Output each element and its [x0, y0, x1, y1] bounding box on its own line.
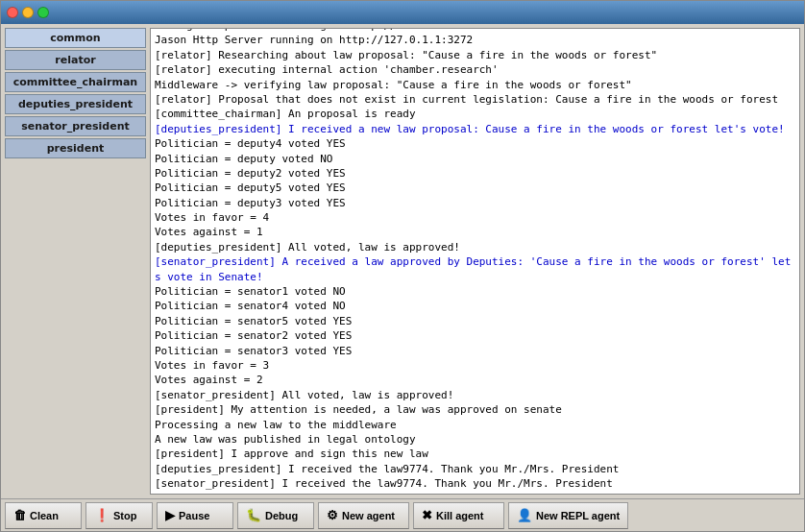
console-line-28: [president] I approve and sign this new …	[155, 447, 795, 461]
console-line-26: Processing a new law to the middleware	[155, 418, 795, 432]
new-repl-button[interactable]: 👤New REPL agent	[508, 502, 628, 529]
new-agent-icon: ⚙	[327, 508, 338, 522]
sidebar-item-relator[interactable]: relator	[5, 50, 146, 70]
clean-icon: 🗑	[13, 508, 26, 522]
console-line-29: [deputies_president] I received the law9…	[155, 462, 795, 476]
console-line-25: [president] My attention is needed, a la…	[155, 402, 795, 417]
console-output[interactable]: CArtAgO Http Server running on http://12…	[150, 28, 800, 495]
window-controls	[7, 7, 49, 18]
sidebar-item-deputies_president[interactable]: deputies_president	[5, 94, 146, 114]
kill-agent-label: Kill agent	[436, 510, 484, 521]
console-line-14: Votes against = 1	[155, 225, 795, 239]
console-line-10: Politician = deputy2 voted YES	[155, 166, 795, 181]
sidebar-item-senator_president[interactable]: senator_president	[5, 116, 146, 136]
new-agent-button[interactable]: ⚙New agent	[318, 502, 409, 529]
console-line-5: [relator] Proposal that does not exist i…	[155, 92, 795, 107]
clean-button[interactable]: 🗑Clean	[5, 502, 82, 529]
console-line-1: Jason Http Server running on http://127.…	[155, 33, 795, 47]
console-line-4: Middleware -> verifying law proposal: "C…	[155, 78, 795, 92]
sidebar: commonrelatorcommittee_chairmandeputies_…	[1, 24, 150, 498]
console-line-11: Politician = deputy5 voted YES	[155, 181, 795, 195]
console-line-12: Politician = deputy3 voted YES	[155, 196, 795, 210]
console-line-27: A new law was published in legal ontolog…	[155, 432, 795, 447]
console-line-30: [senator_president] I received the law97…	[155, 476, 795, 491]
stop-label: Stop	[113, 510, 136, 521]
new-repl-label: New REPL agent	[536, 510, 620, 521]
sidebar-item-president[interactable]: president	[5, 138, 146, 158]
console-line-13: Votes in favor = 4	[155, 210, 795, 225]
debug-icon: 🐛	[246, 508, 261, 522]
new-repl-icon: 👤	[517, 508, 532, 522]
pause-icon: ▶	[165, 508, 175, 522]
sidebar-item-common[interactable]: common	[5, 28, 146, 48]
main-content: commonrelatorcommittee_chairmandeputies_…	[1, 24, 804, 498]
debug-button[interactable]: 🐛Debug	[237, 502, 314, 529]
console-line-18: Politician = senator4 voted NO	[155, 299, 795, 313]
sidebar-item-committee_chairman[interactable]: committee_chairman	[5, 72, 146, 92]
debug-label: Debug	[265, 510, 298, 521]
console-line-7: [deputies_president] I received a new la…	[155, 122, 795, 136]
console-line-24: [senator_president] All voted, law is ap…	[155, 388, 795, 402]
minimize-button[interactable]	[22, 7, 34, 18]
kill-agent-button[interactable]: ✖Kill agent	[413, 502, 504, 529]
clean-label: Clean	[30, 510, 59, 521]
pause-label: Pause	[179, 510, 209, 521]
console-line-21: Politician = senator3 voted YES	[155, 344, 795, 358]
console-line-20: Politician = senator2 voted YES	[155, 328, 795, 343]
console-line-19: Politician = senator5 voted YES	[155, 314, 795, 328]
main-window: commonrelatorcommittee_chairmandeputies_…	[0, 0, 805, 532]
console-line-16: [senator_president] A received a law app…	[155, 254, 795, 284]
console-line-9: Politician = deputy voted NO	[155, 152, 795, 166]
new-agent-label: New agent	[342, 510, 395, 521]
close-button[interactable]	[7, 7, 18, 18]
console-line-23: Votes against = 2	[155, 373, 795, 387]
console-line-3: [relator] executing internal action 'cha…	[155, 62, 795, 77]
kill-agent-icon: ✖	[422, 508, 432, 522]
footer-toolbar: 🗑Clean❗Stop▶Pause🐛Debug⚙New agent✖Kill a…	[1, 498, 804, 531]
stop-icon: ❗	[94, 508, 110, 522]
stop-button[interactable]: ❗Stop	[85, 502, 153, 529]
pause-button[interactable]: ▶Pause	[157, 502, 233, 529]
console-line-8: Politician = deputy4 voted YES	[155, 136, 795, 151]
console-line-6: [committee_chairman] An proposal is read…	[155, 107, 795, 121]
console-line-22: Votes in favor = 3	[155, 358, 795, 373]
console-line-17: Politician = senator1 voted NO	[155, 284, 795, 299]
title-bar	[1, 1, 804, 24]
console-line-2: [relator] Researching about law proposal…	[155, 48, 795, 62]
console-line-15: [deputies_president] All voted, law is a…	[155, 240, 795, 254]
maximize-button[interactable]	[37, 7, 49, 18]
